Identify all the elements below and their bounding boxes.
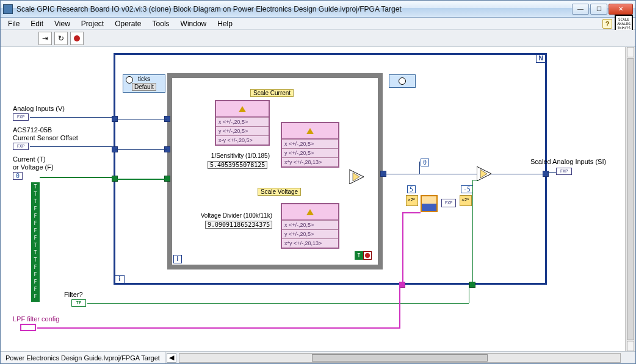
bool-cell[interactable]: F [32,286,38,293]
multiply-voltage-node[interactable]: x <+/-,20,5> y <+/-,20,5> x*y <+/-,28,13… [281,203,339,249]
run-continuous-button[interactable] [54,32,68,45]
stop-terminal[interactable]: T [355,251,373,261]
bool-cell[interactable]: F [32,293,38,301]
menu-operate[interactable]: Operate [110,18,146,29]
mc-row-x: x <+/-,20,5> [282,139,338,148]
const-minus-five[interactable]: -5 [461,185,473,193]
multiply-current-node[interactable]: x <+/-,20,5> y <+/-,20,5> x*y <+/-,28,13… [281,122,339,168]
label-analog-inputs: Analog Inputs (V) [13,105,65,112]
wire [383,174,419,174]
label-or-voltage: or Voltage (F) [13,163,54,171]
bool-cell[interactable]: F [32,264,38,271]
terminal-analog-inputs[interactable]: FXP [13,113,29,121]
sequence-frame[interactable]: i Scale Current x <+/-,20,5> y <+/-,20,5… [167,73,383,269]
status-nav-left[interactable]: ◀ [167,353,176,363]
maximize-button[interactable]: ☐ [590,4,607,15]
label-lpf-config: LPF filter config [13,315,59,323]
bool-cell[interactable]: T [32,249,38,257]
sub-row-y: y <+/-,20,5> [216,126,269,135]
bool-cell[interactable]: F [32,220,38,227]
tick-count-node[interactable] [389,74,416,88]
wire [40,177,114,178]
block-diagram-canvas[interactable]: Analog Inputs (V) FXP ACS712-05B Current… [1,47,625,351]
inner-i[interactable]: i [173,255,182,263]
context-help-icon[interactable]: ? [602,19,612,29]
scale-pow2-left[interactable] [406,195,418,206]
menu-view[interactable]: View [49,18,75,29]
lpf-subvi[interactable] [421,195,438,212]
wire [115,149,167,150]
wire [30,146,114,147]
label-scaled-output: Scaled Analog Inputs (SI) [530,158,606,165]
wire [491,174,547,174]
bool-cell[interactable]: T [32,184,38,191]
multiply-icon [306,128,314,134]
canvas-area: Analog Inputs (V) FXP ACS712-05B Current… [1,47,635,351]
label-filter: Filter? [64,291,83,298]
bool-cell[interactable]: T [32,257,38,264]
label-acs712: ACS712-05B [13,126,52,134]
status-path[interactable]: Power Electronics Design Guide.lvproj/FP… [1,352,165,363]
index-zero[interactable]: 0 [13,172,23,180]
toolbar [1,30,635,47]
terminal-lpf-config[interactable] [20,324,36,331]
const-zero[interactable]: 0 [421,159,429,166]
mc-row-y: y <+/-,20,5> [282,148,338,157]
wire [402,212,421,213]
bool-cell[interactable]: F [32,235,38,242]
bool-cell[interactable]: T [32,191,38,198]
timed-source[interactable]: ticks Default [123,74,165,93]
bool-cell[interactable]: F [32,205,38,213]
menu-file[interactable]: File [3,18,24,29]
menu-bar: File Edit View Project Operate Tools Win… [1,18,635,30]
wire [37,327,400,329]
coerce-fxp[interactable]: FXP [441,199,456,207]
vertical-scrollbar[interactable] [625,47,635,351]
bool-cell[interactable]: F [32,271,38,279]
terminal-scaled-output[interactable]: FXP [556,168,572,175]
mv-row-x: x <+/-,20,5> [282,220,338,229]
sub-row-out: x-y <+/-,20,5> [216,135,269,145]
menu-tools[interactable]: Tools [148,18,175,29]
run-button[interactable] [38,32,52,45]
app-icon [3,4,13,14]
menu-help[interactable]: Help [212,18,237,29]
boolean-array-constant[interactable]: TTTFFFFFTTTFFFFF [31,182,40,302]
bool-cell[interactable]: F [32,227,38,235]
select-node-inner[interactable] [349,170,367,184]
scale-pow2-right[interactable] [460,195,472,206]
subtract-node[interactable]: x <+/-,20,5> y <+/-,20,5> x-y <+/-,20,5> [215,100,270,146]
vscroll-thumb[interactable] [627,58,634,340]
label-vdiv: Voltage Divider (100k/11k) [181,212,272,219]
bool-cell[interactable]: T [32,242,38,249]
loop-n-terminal[interactable]: N [536,54,546,63]
menu-project[interactable]: Project [76,18,109,29]
const-sensitivity[interactable]: 5.4053955078125 [208,161,267,169]
terminal-filter[interactable]: TF [71,299,86,307]
bool-cell[interactable]: F [32,279,38,286]
mc-row-out: x*y <+/-,28,13> [282,157,338,166]
loop-i-terminal[interactable]: i [115,275,125,284]
wire [115,179,167,180]
wire [402,212,403,284]
menu-edit[interactable]: Edit [26,18,48,29]
bool-cell[interactable]: F [32,213,38,220]
for-loop[interactable]: N i ticks Default i Scale Current [114,53,547,285]
terminal-sensor-offset[interactable]: FXP [13,143,29,150]
ticks-label: ticks [138,76,150,82]
hscroll-thumb[interactable] [312,354,488,362]
minimize-button[interactable]: — [572,4,589,15]
bool-cell[interactable]: T [32,198,38,205]
ticks-default[interactable]: Default [132,83,156,91]
abort-button[interactable] [70,32,84,45]
const-five[interactable]: 5 [407,185,416,193]
wire [115,119,167,120]
wire [469,282,469,303]
close-button[interactable]: ✕ [609,4,633,15]
label-current-t: Current (T) [13,155,46,163]
const-vdiv[interactable]: 9.090911865234375 [205,221,272,229]
horizontal-scrollbar[interactable] [179,353,621,363]
titlebar: Scale GPIC Research Board IO v02.vi:3 (c… [1,1,635,18]
menu-window[interactable]: Window [176,18,212,29]
wire [399,282,400,327]
